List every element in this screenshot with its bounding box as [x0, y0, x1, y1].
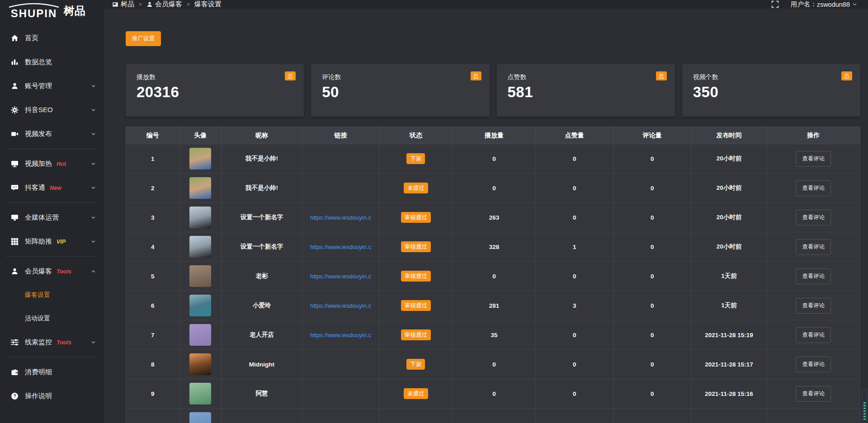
- sidebar-item[interactable]: ?操作说明: [0, 384, 104, 408]
- sidebar-item[interactable]: 视频加热Hot: [0, 152, 104, 176]
- logo[interactable]: SHUPIN 树品: [0, 0, 104, 22]
- monitor-icon: [11, 214, 19, 221]
- cell-link: https://www.iesdouyin.c: [302, 291, 379, 320]
- cell-status: 下架: [379, 144, 453, 174]
- status-badge: 审核通过: [401, 241, 431, 253]
- wallet-icon: [11, 368, 19, 376]
- sidebar-subitem[interactable]: 爆客设置: [0, 283, 104, 307]
- sidebar-item[interactable]: 消费明细: [0, 360, 104, 384]
- cell-published: 2021-11-28 15:16: [691, 379, 767, 409]
- table-row: 7老人开店https://www.iesdouyin.c审核通过35002021…: [126, 320, 860, 350]
- avatar: [189, 353, 211, 375]
- cell-comments: 0: [613, 174, 691, 203]
- svg-text:?: ?: [13, 394, 16, 399]
- avatar: [189, 177, 211, 199]
- cell-id: 3: [126, 203, 180, 232]
- sidebar-item[interactable]: 账号管理: [0, 74, 104, 98]
- username-prefix: 用户名：: [791, 0, 817, 9]
- username-menu[interactable]: 用户名：zswodun88: [791, 0, 857, 9]
- view-comments-button[interactable]: 查看评论: [796, 239, 831, 255]
- breadcrumb-label: 爆客设置: [194, 0, 222, 9]
- sidebar-item[interactable]: 首页: [0, 26, 104, 50]
- sidebar-item[interactable]: 线索监控Tools: [0, 330, 104, 354]
- sidebar-item[interactable]: 视频发布: [0, 122, 104, 146]
- sidebar-item-label: 抖客通: [25, 183, 45, 192]
- cell-published: 2021-11-28 15:19: [691, 320, 767, 350]
- view-comments-button[interactable]: 查看评论: [796, 386, 831, 402]
- video-link[interactable]: https://www.iesdouyin.c: [310, 244, 371, 250]
- cell-status: 审核通过: [379, 320, 453, 350]
- sidebar-item-label: 线索监控: [25, 338, 52, 347]
- cell-comments: 0: [613, 144, 691, 174]
- cell-nickname: 设置一个新名字: [222, 203, 302, 232]
- sidebar-item-badge: Tools: [57, 268, 71, 275]
- cell-link: [302, 409, 379, 423]
- sidebar-divider: [5, 256, 97, 257]
- cell-avatar: [179, 174, 222, 203]
- fullscreen-icon[interactable]: [771, 0, 779, 8]
- status-badge: 下架: [406, 153, 425, 164]
- video-link[interactable]: https://www.iesdouyin.c: [310, 273, 371, 280]
- breadcrumb-item[interactable]: 会员爆客: [146, 0, 182, 9]
- cell-plays: 328: [453, 232, 536, 262]
- cell-plays: 0: [453, 350, 536, 379]
- video-link[interactable]: https://www.iesdouyin.c: [310, 302, 371, 309]
- cell-published: 1天前: [691, 262, 767, 291]
- scrollbar-thumb[interactable]: [862, 389, 867, 423]
- promo-settings-button[interactable]: 推广设置: [126, 31, 161, 46]
- breadcrumb-item[interactable]: 爆客设置: [194, 0, 222, 9]
- chart-icon: [11, 58, 19, 66]
- sidebar-item-label: 操作说明: [25, 392, 52, 400]
- cell-likes: 0: [536, 379, 613, 409]
- cell-action: 查看评论: [767, 174, 860, 203]
- stat-label: 评论数: [322, 73, 478, 81]
- sidebar-item-badge: New: [50, 185, 61, 191]
- view-comments-button[interactable]: 查看评论: [796, 327, 831, 343]
- sidebar-item[interactable]: 数据总览: [0, 50, 104, 74]
- video-link[interactable]: https://www.iesdouyin.c: [310, 214, 371, 221]
- view-comments-button[interactable]: 查看评论: [796, 180, 831, 196]
- sidebar-subitem-label: 活动设置: [25, 315, 50, 323]
- cell-id: 8: [126, 350, 180, 379]
- column-header: 昵称: [222, 127, 302, 144]
- column-header: 评论量: [613, 127, 691, 144]
- sidebar-item[interactable]: 抖客通New: [0, 176, 104, 200]
- video-link[interactable]: https://www.iesdouyin.c: [310, 332, 371, 338]
- view-comments-button[interactable]: 查看评论: [796, 210, 831, 226]
- column-header: 链接: [302, 127, 379, 144]
- status-badge: 审核通过: [401, 271, 431, 282]
- view-comments-button[interactable]: 查看评论: [796, 151, 831, 167]
- sidebar-item[interactable]: 抖音SEO: [0, 98, 104, 122]
- cell-nickname: 老人开店: [222, 320, 302, 350]
- column-header: 操作: [767, 127, 860, 144]
- sidebar-item[interactable]: 全媒体运营: [0, 206, 104, 230]
- cell-link: [302, 350, 379, 379]
- content: 推广设置 播放数20316总评论数50总点赞数581总视频个数350总 编号头像…: [104, 9, 868, 423]
- sidebar-item-badge: VIP: [57, 239, 66, 245]
- breadcrumb-item[interactable]: 树品: [112, 0, 134, 9]
- cell-comments: 0: [613, 203, 691, 232]
- view-comments-button[interactable]: 查看评论: [796, 357, 831, 372]
- cell-plays: 263: [453, 203, 536, 232]
- sidebar-divider: [5, 149, 97, 149]
- view-comments-button[interactable]: 查看评论: [796, 298, 831, 314]
- username-value: zswodun88: [817, 1, 850, 8]
- sidebar-item[interactable]: 矩阵助推VIP: [0, 230, 104, 254]
- cell-avatar: [179, 291, 222, 320]
- view-comments-button[interactable]: 查看评论: [796, 268, 831, 284]
- sidebar-menu: 首页数据总览账号管理抖音SEO视频发布视频加热Hot抖客通New全媒体运营矩阵助…: [0, 22, 104, 423]
- grid-icon: [11, 238, 19, 245]
- cell-status: 审核通过: [379, 203, 453, 232]
- cell-id: [126, 409, 180, 423]
- stat-card: 评论数50总: [311, 64, 489, 117]
- topbar-right: 用户名：zswodun88: [771, 0, 857, 9]
- sidebar-item-label: 数据总览: [25, 58, 52, 66]
- total-badge: 总: [471, 71, 481, 80]
- chevron-down-icon: [91, 84, 96, 89]
- column-header: 状态: [379, 127, 453, 144]
- camera-icon: [11, 130, 19, 138]
- sidebar-item[interactable]: 会员爆客Tools: [0, 259, 104, 283]
- table-wrap: 编号头像昵称链接状态播放量点赞量评论量发布时间操作 1我不是小帅!下架00020…: [126, 127, 860, 423]
- cell-avatar: [179, 232, 222, 262]
- sidebar-subitem[interactable]: 活动设置: [0, 307, 104, 330]
